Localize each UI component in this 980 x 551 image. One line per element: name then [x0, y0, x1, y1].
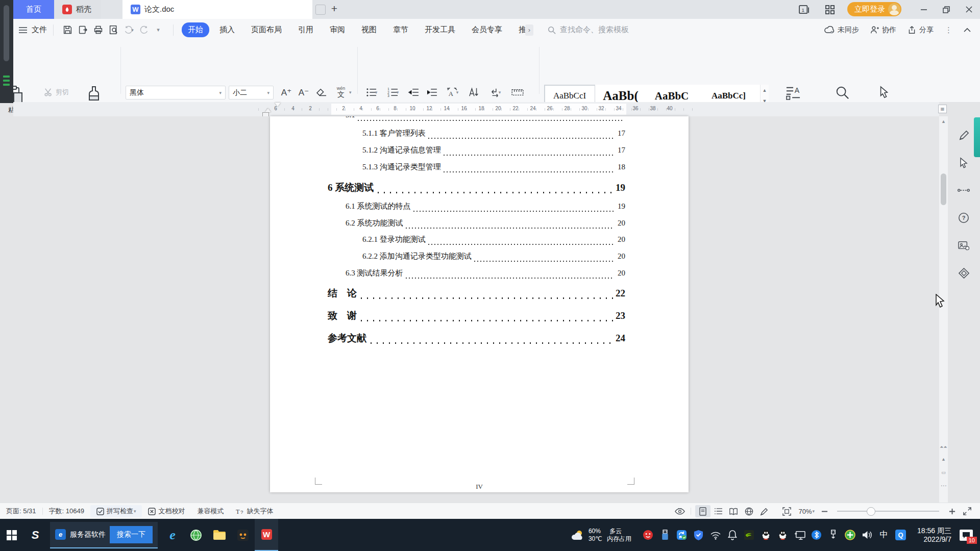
- collapse-ribbon-icon[interactable]: [964, 28, 971, 32]
- styles-scroll-up[interactable]: ▲: [760, 85, 769, 95]
- ribbon-tab-references[interactable]: 引用: [292, 22, 320, 37]
- window-layout-icon[interactable]: 1: [798, 4, 811, 15]
- ink-annotate-button[interactable]: [756, 505, 772, 517]
- ruler-toggle-button[interactable]: ▦: [938, 105, 947, 113]
- word-count[interactable]: 字数: 10649: [43, 507, 90, 516]
- weather-memory-widget[interactable]: 60% 多云 30℃ 内存占用: [589, 528, 631, 543]
- taskbar-app-server-software[interactable]: e 服务器软件 搜索一下: [50, 522, 158, 548]
- ghost-tab-icon[interactable]: [315, 5, 326, 15]
- sort-button[interactable]: [465, 86, 483, 99]
- share-button[interactable]: 分享: [908, 26, 934, 35]
- hanging-indent-marker[interactable]: [265, 108, 271, 112]
- clear-format-button[interactable]: [313, 86, 330, 99]
- missing-font-button[interactable]: T? 缺失字体: [230, 507, 279, 516]
- zoom-slider-thumb[interactable]: [867, 507, 875, 516]
- numbered-list-button[interactable]: 123▾: [384, 86, 402, 99]
- select-mode-button[interactable]: [953, 153, 974, 173]
- tab-ruler-button[interactable]: [508, 86, 527, 99]
- taskbar-search-button[interactable]: 搜索一下: [110, 526, 153, 543]
- ribbon-tab-page-layout[interactable]: 页面布局: [245, 22, 288, 37]
- pinyin-guide-button[interactable]: wén 文: [332, 84, 350, 100]
- prev-page-button[interactable]: ▲: [939, 455, 948, 463]
- tray-antivirus-icon[interactable]: [842, 530, 859, 540]
- first-line-indent-marker[interactable]: [275, 103, 281, 107]
- close-button[interactable]: [958, 0, 980, 19]
- minimize-button[interactable]: [913, 0, 935, 19]
- tab-home[interactable]: 首页: [13, 0, 54, 19]
- more-pages-button[interactable]: ⋯: [939, 482, 948, 490]
- show-paragraph-marks-button[interactable]: ▾: [485, 86, 505, 99]
- web-view-button[interactable]: [741, 505, 756, 517]
- left-panel-handle[interactable]: [4, 5, 9, 61]
- login-button[interactable]: 立即登录: [847, 2, 901, 16]
- customize-quickbar-button[interactable]: ▾: [152, 23, 167, 37]
- compat-mode-label[interactable]: 兼容模式: [191, 507, 230, 516]
- tray-nvidia-icon[interactable]: [741, 530, 757, 540]
- scrollbar-thumb[interactable]: [941, 173, 946, 205]
- s-app-icon[interactable]: S: [23, 519, 47, 551]
- grow-font-button[interactable]: A⁺: [279, 86, 294, 99]
- next-page-button[interactable]: ▭: [939, 468, 948, 477]
- emulator-app-icon[interactable]: [231, 519, 255, 551]
- tray-usb-icon[interactable]: [656, 530, 673, 540]
- print-preview-button[interactable]: [106, 23, 121, 37]
- sync-status[interactable]: 未同步: [824, 26, 859, 35]
- tray-qq-icon[interactable]: [757, 530, 774, 541]
- green-browser-icon[interactable]: [184, 519, 208, 551]
- tray-qq2-icon[interactable]: [774, 530, 791, 541]
- double-chevron-up-icon[interactable]: ⏶⏶: [939, 443, 948, 451]
- undo-button[interactable]: ▾: [121, 23, 136, 37]
- tray-network-icon[interactable]: [707, 531, 724, 540]
- image-ocr-button[interactable]: [953, 235, 974, 256]
- page-view-button[interactable]: [695, 505, 710, 517]
- outline-view-button[interactable]: [710, 505, 726, 517]
- tray-volume-icon[interactable]: [859, 530, 875, 540]
- tray-shield-icon[interactable]: [690, 530, 707, 541]
- tray-bluetooth-icon[interactable]: [808, 530, 825, 540]
- new-tab-button[interactable]: +: [328, 2, 341, 15]
- decrease-indent-button[interactable]: [405, 86, 422, 99]
- more-options-icon[interactable]: ⋮: [945, 26, 952, 35]
- tray-bell-icon[interactable]: [724, 530, 741, 540]
- weather-icon[interactable]: [570, 530, 586, 541]
- start-button[interactable]: [0, 519, 23, 551]
- tray-display-icon[interactable]: [791, 530, 808, 540]
- ribbon-tab-insert[interactable]: 插入: [213, 22, 241, 37]
- document-viewport[interactable]: 5.1 5.1.1 客户管理列表17 5.1.2 沟通记录信息管理17 5.1.…: [0, 116, 980, 503]
- print-button[interactable]: [90, 23, 106, 37]
- wps-taskbar-icon[interactable]: W: [255, 519, 278, 551]
- side-panel-tab[interactable]: [974, 117, 980, 157]
- tray-usb-eject-icon[interactable]: [825, 530, 842, 540]
- font-size-select[interactable]: 小二▾: [229, 86, 274, 99]
- ribbon-overflow-button[interactable]: ›: [525, 24, 533, 36]
- font-family-select[interactable]: 黑体▾: [126, 86, 226, 99]
- collaborate-button[interactable]: 协作: [870, 26, 896, 35]
- redo-button[interactable]: [136, 23, 152, 37]
- pen-tool-button[interactable]: [953, 125, 974, 145]
- command-search[interactable]: 查找命令、搜索模板: [548, 25, 675, 35]
- document-page[interactable]: 5.1 5.1.1 客户管理列表17 5.1.2 沟通记录信息管理17 5.1.…: [270, 116, 689, 492]
- left-edge-panel[interactable]: [0, 0, 13, 103]
- ime-indicator[interactable]: 中: [875, 530, 892, 540]
- fit-page-button[interactable]: [779, 505, 794, 517]
- ribbon-tab-section[interactable]: 章节: [387, 22, 414, 37]
- ie-browser-icon[interactable]: e: [161, 519, 184, 551]
- apps-grid-icon[interactable]: [823, 4, 837, 15]
- ribbon-tab-member[interactable]: 会员专享: [465, 22, 508, 37]
- tray-q-browser-icon[interactable]: Q: [892, 530, 909, 540]
- help-button[interactable]: ?: [953, 208, 974, 228]
- text-direction-button[interactable]: A▾: [442, 86, 462, 99]
- bullet-list-button[interactable]: ▾: [362, 86, 381, 99]
- taskbar-clock[interactable]: 18:56 周三 2022/9/7: [917, 527, 951, 544]
- zoom-value[interactable]: 70%▾: [794, 508, 817, 515]
- ribbon-tab-dev-tools[interactable]: 开发工具: [419, 22, 461, 37]
- tray-wangwang-icon[interactable]: [640, 530, 656, 540]
- zoom-out-button[interactable]: [817, 505, 832, 517]
- save-button[interactable]: [60, 23, 75, 37]
- notification-center-button[interactable]: 10: [960, 530, 973, 541]
- file-menu[interactable]: 文件: [18, 25, 47, 35]
- tab-document-active[interactable]: W 论文.doc: [122, 0, 312, 19]
- tray-sync-icon[interactable]: [673, 530, 690, 540]
- zoom-in-button[interactable]: [944, 505, 960, 517]
- scroll-up-arrow[interactable]: ▲: [939, 117, 948, 126]
